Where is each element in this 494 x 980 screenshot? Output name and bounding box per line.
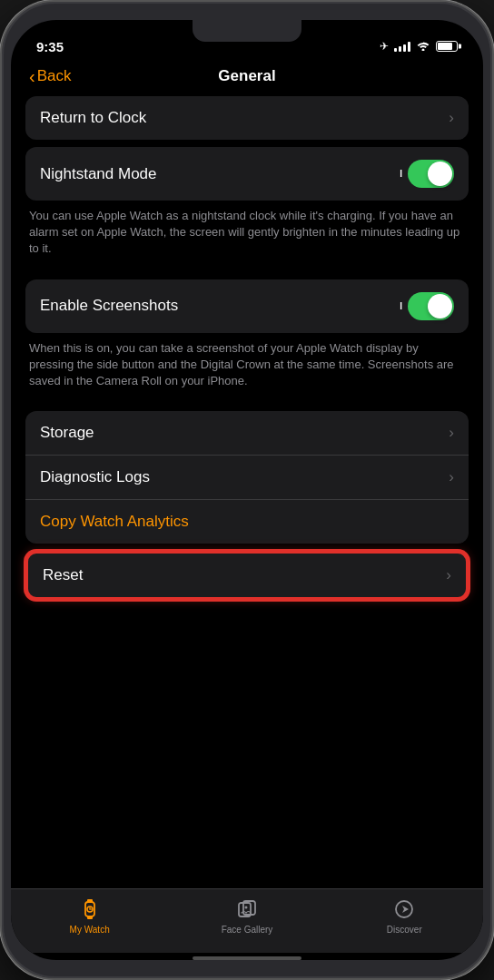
nightstand-toggle-container: I xyxy=(400,160,454,188)
storage-label: Storage xyxy=(40,424,94,442)
page-title: General xyxy=(218,67,275,85)
nightstand-description: You can use Apple Watch as a nightstand … xyxy=(25,201,469,272)
screenshots-toggle[interactable] xyxy=(408,292,454,320)
my-watch-icon xyxy=(77,897,103,922)
wifi-icon xyxy=(416,40,430,54)
signal-bars-icon xyxy=(394,41,410,52)
return-to-clock-row[interactable]: Return to Clock › xyxy=(25,96,469,140)
nightstand-row[interactable]: Nightstand Mode I xyxy=(25,147,469,201)
discover-tab-label: Discover xyxy=(387,925,422,935)
screenshots-row[interactable]: Enable Screenshots I xyxy=(25,279,469,333)
tab-my-watch[interactable]: My Watch xyxy=(58,897,122,935)
reset-chevron-icon: › xyxy=(446,566,451,584)
diagnostic-logs-label: Diagnostic Logs xyxy=(40,468,150,486)
storage-row[interactable]: Storage › xyxy=(25,411,469,455)
face-gallery-icon xyxy=(234,897,260,922)
tab-discover[interactable]: Discover xyxy=(372,897,436,935)
screenshots-description: When this is on, you can take a screensh… xyxy=(25,333,469,405)
back-button[interactable]: ‹ Back xyxy=(29,67,71,85)
my-watch-tab-label: My Watch xyxy=(70,925,110,935)
phone-frame: 9:35 ✈ xyxy=(0,0,494,980)
diagnostics-section: Storage › Diagnostic Logs › Copy Watch A… xyxy=(25,411,469,544)
chevron-left-icon: ‹ xyxy=(29,67,35,85)
toggle-thumb-2 xyxy=(428,294,452,318)
location-icon: ✈ xyxy=(380,40,389,53)
face-gallery-tab-label: Face Gallery xyxy=(222,925,273,935)
discover-icon xyxy=(391,897,417,922)
screenshots-section: Enable Screenshots I When this is on, yo… xyxy=(25,279,469,405)
reset-row[interactable]: Reset › xyxy=(25,551,469,600)
battery-icon xyxy=(436,41,458,52)
nightstand-label: Nightstand Mode xyxy=(40,165,157,183)
svg-marker-10 xyxy=(402,906,409,913)
toggle-i-label-2: I xyxy=(400,301,402,311)
copy-watch-analytics-label: Copy Watch Analytics xyxy=(40,513,189,531)
reset-section: Reset › xyxy=(25,551,469,600)
nightstand-toggle[interactable] xyxy=(408,160,454,188)
svg-rect-1 xyxy=(87,899,93,902)
phone-screen: 9:35 ✈ xyxy=(11,20,483,960)
toggle-thumb xyxy=(428,162,452,186)
svg-point-8 xyxy=(244,906,247,909)
screenshots-label: Enable Screenshots xyxy=(40,297,178,315)
storage-chevron-icon: › xyxy=(449,424,454,442)
status-time: 9:35 xyxy=(36,39,64,54)
tab-bar: My Watch Face Gallery xyxy=(11,888,483,953)
return-to-clock-label: Return to Clock xyxy=(40,109,146,127)
nav-header: ‹ Back General xyxy=(11,60,483,96)
diagnostic-logs-row[interactable]: Diagnostic Logs › xyxy=(25,455,469,499)
diagnostic-chevron-icon: › xyxy=(449,468,454,486)
chevron-right-icon: › xyxy=(449,109,454,127)
status-icons: ✈ xyxy=(380,40,458,54)
toggle-i-label: I xyxy=(400,169,402,179)
reset-label: Reset xyxy=(43,566,83,584)
notch xyxy=(193,20,301,42)
home-indicator xyxy=(193,956,301,960)
screenshots-toggle-container: I xyxy=(400,292,454,320)
copy-watch-analytics-row[interactable]: Copy Watch Analytics xyxy=(25,499,469,544)
return-to-clock-section: Return to Clock › xyxy=(25,96,469,140)
back-label: Back xyxy=(37,67,72,85)
nightstand-section: Nightstand Mode I You can use Apple Watc… xyxy=(25,147,469,272)
svg-rect-2 xyxy=(87,916,93,919)
content-area: Return to Clock › Nightstand Mode I You … xyxy=(11,96,483,888)
tab-face-gallery[interactable]: Face Gallery xyxy=(215,897,279,935)
